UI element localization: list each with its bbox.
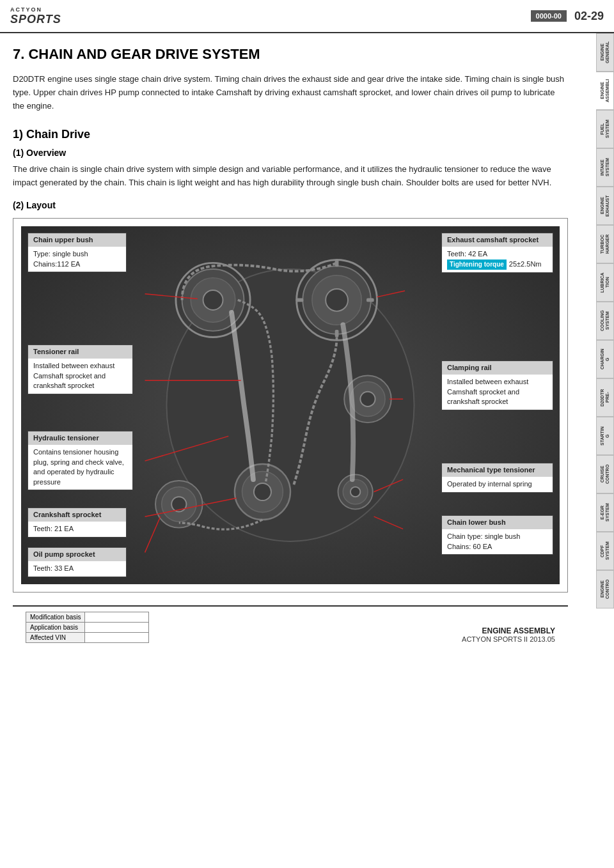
exhaust-camshaft-title: Exhaust camshaft sprocket <box>442 233 553 247</box>
page-footer: Modification basis Application basis Aff… <box>13 605 568 648</box>
tensioner-rail-title: Tensioner rail <box>28 345 132 359</box>
tab-engine-general[interactable]: ENGINEGENERAL <box>596 33 614 72</box>
chain-upper-bush-title: Chain upper bush <box>28 233 126 247</box>
sub1-title: (1) Overview <box>13 148 568 158</box>
footer-vin-label: Affected VIN <box>26 632 85 642</box>
tab-d20dtr[interactable]: D20DTRPRE- <box>596 378 614 417</box>
footer-title: ENGINE ASSEMBLY <box>462 626 555 635</box>
page-title: 7. CHAIN AND GEAR DRIVE SYSTEM <box>13 46 568 63</box>
exhaust-camshaft-content: Teeth: 42 EA Tightening torque25±2.5Nm <box>447 250 541 267</box>
main-content: 7. CHAIN AND GEAR DRIVE SYSTEM D20DTR en… <box>0 33 596 661</box>
footer-table: Modification basis Application basis Aff… <box>26 612 149 643</box>
label-chain-upper-bush: Chain upper bush Type: single bush Chain… <box>28 233 127 272</box>
footer-left: Modification basis Application basis Aff… <box>26 612 149 643</box>
footer-sub: ACTYON SPORTS II 2013.05 <box>462 635 555 643</box>
crankshaft-sprocket-title: Crankshaft sprocket <box>28 508 126 522</box>
diagram-inner: Chain upper bush Type: single bush Chain… <box>21 226 560 584</box>
footer-application-value <box>85 622 149 632</box>
tab-engine-assembli[interactable]: ENGINEASSEMBLI <box>596 72 614 110</box>
tab-cruise-control[interactable]: CRUISECONTRO <box>596 455 614 493</box>
label-crankshaft-sprocket: Crankshaft sprocket Teeth: 21 EA <box>28 508 127 538</box>
chain-lower-bush-content: Chain type: single bush Chains: 60 EA <box>447 532 520 550</box>
footer-vin-value <box>85 632 149 642</box>
hydraulic-tensioner-title: Hydraulic tensioner <box>28 431 132 445</box>
clamping-rail-content: Installed between exhaust Camshaft sproc… <box>447 378 528 405</box>
label-tensioner-rail: Tensioner rail Installed between exhaust… <box>28 345 133 394</box>
tab-cdpf[interactable]: CDPFSYSTEM <box>596 532 614 570</box>
layout-title: (2) Layout <box>13 200 568 210</box>
logo-actyon: ACTYON <box>10 6 42 13</box>
footer-modification-value <box>85 612 149 622</box>
tab-fuel-system[interactable]: FUELSYSTEM <box>596 110 614 148</box>
tightening-torque-badge: Tightening torque <box>447 260 507 270</box>
footer-modification-label: Modification basis <box>26 612 85 622</box>
tab-lubrication[interactable]: LUBRICATION <box>596 263 614 302</box>
tab-turbocharger[interactable]: TURBOCHARGER <box>596 225 614 263</box>
label-hydraulic-tensioner: Hydraulic tensioner Contains tensioner h… <box>28 431 133 490</box>
tab-charging[interactable]: CHARGING <box>596 340 614 378</box>
chain-lower-bush-title: Chain lower bush <box>442 516 553 529</box>
mechanical-tensioner-title: Mechanical type tensioner <box>442 463 553 477</box>
tab-starting[interactable]: STARTING <box>596 417 614 455</box>
tab-engine-contro[interactable]: ENGINECONTRO <box>596 570 614 608</box>
footer-application-label: Application basis <box>26 622 85 632</box>
header-right: 0000-00 02-29 <box>531 10 604 23</box>
tensioner-rail-content: Installed between exhaust Camshaft sproc… <box>33 362 114 389</box>
chain-upper-bush-content: Type: single bush Chains:112 EA <box>33 250 88 267</box>
hydraulic-tensioner-content: Contains tensioner housing plug, spring … <box>33 448 124 485</box>
crankshaft-sprocket-content: Teeth: 21 EA <box>33 525 74 532</box>
intro-text: D20DTR engine uses single stage chain dr… <box>13 73 568 112</box>
page-header: ACTYON SPORTS 0000-00 02-29 <box>0 0 614 33</box>
label-exhaust-camshaft: Exhaust camshaft sprocket Teeth: 42 EA T… <box>441 233 553 273</box>
clamping-rail-title: Clamping rail <box>442 361 553 375</box>
footer-right: ENGINE ASSEMBLY ACTYON SPORTS II 2013.05 <box>462 626 555 643</box>
label-clamping-rail: Clamping rail Installed between exhaust … <box>441 360 553 410</box>
section1-title: 1) Chain Drive <box>13 128 568 141</box>
page-code: 0000-00 <box>531 10 567 22</box>
tab-e-egr[interactable]: E-EGRSYSTEM <box>596 493 614 532</box>
label-oil-pump-sprocket: Oil pump sprocket Teeth: 33 EA <box>28 547 127 577</box>
tab-cooling-system[interactable]: COOLINGSYSTEM <box>596 302 614 340</box>
overview-text: The drive chain is single chain drive sy… <box>13 163 568 190</box>
mechanical-tensioner-content: Operated by internal spring <box>447 480 532 488</box>
page-number: 02-29 <box>574 10 604 23</box>
right-sidebar: ENGINEGENERAL ENGINEASSEMBLI FUELSYSTEM … <box>596 33 614 608</box>
oil-pump-sprocket-title: Oil pump sprocket <box>28 548 126 561</box>
logo-area: ACTYON SPORTS <box>10 6 61 26</box>
diagram-container: Chain upper bush Type: single bush Chain… <box>13 218 568 593</box>
tab-intake-system[interactable]: INTAKESYSTEM <box>596 148 614 187</box>
tab-engine-exhaust[interactable]: ENGINEEXHAUST <box>596 187 614 225</box>
oil-pump-sprocket-content: Teeth: 33 EA <box>33 564 74 572</box>
label-chain-lower-bush: Chain lower bush Chain type: single bush… <box>441 515 553 555</box>
label-mechanical-tensioner: Mechanical type tensioner Operated by in… <box>441 463 553 493</box>
logo-sports: SPORTS <box>10 13 61 26</box>
